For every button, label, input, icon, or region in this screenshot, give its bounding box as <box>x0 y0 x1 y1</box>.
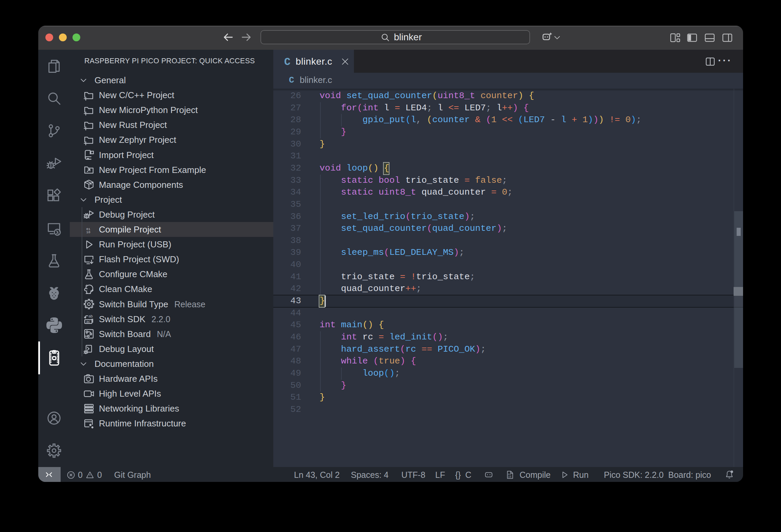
svg-text:ab: ab <box>88 314 92 318</box>
svg-text:ac: ac <box>86 319 90 324</box>
svg-text:10: 10 <box>86 230 90 234</box>
svg-text:10: 10 <box>508 475 511 478</box>
